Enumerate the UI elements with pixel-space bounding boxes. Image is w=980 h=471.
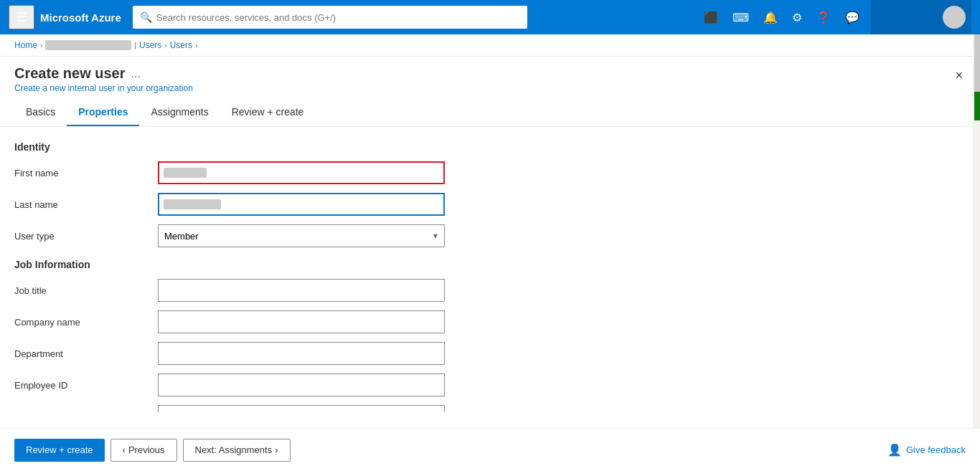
breadcrumb-tenant (45, 40, 131, 50)
previous-arrow-icon: ‹ (123, 444, 126, 455)
tab-properties[interactable]: Properties (67, 99, 139, 126)
next-label: Next: Assignments (195, 444, 273, 455)
tabs-bar: Basics Properties Assignments Review + c… (0, 99, 980, 127)
footer: Review + create ‹ Previous Next: Assignm… (0, 428, 980, 471)
last-name-input-wrapper (158, 193, 445, 216)
give-feedback-button[interactable]: 👤 Give feedback (887, 443, 966, 457)
job-title-input[interactable] (158, 279, 445, 302)
first-name-input-wrapper (158, 161, 445, 184)
page-title: Create new user (14, 65, 126, 82)
next-assignments-button[interactable]: Next: Assignments › (183, 439, 291, 462)
portal-menu-icon-button[interactable]: ⬛ (698, 6, 724, 29)
previous-button[interactable]: ‹ Previous (110, 439, 177, 462)
top-navigation: ☰ Microsoft Azure 🔍 ⬛ ⌨ 🔔 ⚙ ❓ 💬 (0, 0, 980, 34)
breadcrumb-users-link[interactable]: Users (139, 40, 161, 50)
first-name-label: First name (14, 168, 158, 179)
page-subtitle: Create a new internal user in your organ… (14, 83, 193, 93)
form-group-company-name: Company name (14, 310, 966, 333)
form-group-job-title: Job title (14, 279, 966, 302)
tab-review-create[interactable]: Review + create (220, 99, 316, 126)
user-type-select[interactable]: Member Guest (158, 224, 445, 247)
breadcrumb-sep-2: › (164, 42, 166, 49)
scroll-thumb-green[interactable] (974, 92, 980, 120)
company-name-label: Company name (14, 317, 158, 328)
identity-section-title: Identity (14, 141, 966, 153)
department-label: Department (14, 348, 158, 359)
search-icon: 🔍 (140, 11, 152, 23)
breadcrumb-sep-1: › (40, 42, 42, 49)
form-group-first-name: First name (14, 161, 966, 184)
main-content: Identity First name Last name User type … (0, 127, 980, 412)
scroll-track (973, 34, 980, 428)
previous-label: Previous (128, 444, 165, 455)
job-title-label: Job title (14, 285, 158, 296)
employee-type-input[interactable] (158, 405, 445, 412)
page-title-row: Create new user ... (14, 65, 193, 82)
search-input[interactable] (156, 12, 520, 23)
form-group-user-type: User type Member Guest ▾ (14, 224, 966, 247)
page-title-ellipsis-button[interactable]: ... (131, 67, 141, 80)
nav-icons-group: ⬛ ⌨ 🔔 ⚙ ❓ 💬 (698, 6, 865, 29)
first-name-mask (164, 168, 207, 178)
user-type-label: User type (14, 231, 158, 242)
user-type-select-wrapper: Member Guest ▾ (158, 224, 445, 247)
search-bar: 🔍 (133, 6, 527, 29)
job-information-section-title: Job Information (14, 259, 966, 270)
avatar (943, 6, 966, 29)
employee-id-label: Employee ID (14, 380, 158, 391)
tab-basics[interactable]: Basics (14, 99, 67, 126)
form-group-employee-type: Employee type (14, 405, 966, 412)
form-group-department: Department (14, 342, 966, 365)
notification-bell-button[interactable]: 🔔 (758, 6, 783, 29)
feedback-icon: 👤 (887, 443, 902, 457)
last-name-mask (164, 199, 221, 209)
breadcrumb-users-link-2[interactable]: Users (170, 40, 192, 50)
form-group-last-name: Last name (14, 193, 966, 216)
feedback-label: Give feedback (906, 444, 966, 455)
next-arrow-icon: › (275, 444, 278, 455)
review-create-button[interactable]: Review + create (14, 439, 105, 462)
breadcrumb-home[interactable]: Home (14, 40, 37, 50)
employee-type-label: Employee type (14, 411, 158, 413)
hamburger-menu-button[interactable]: ☰ (9, 5, 34, 29)
form-group-employee-id: Employee ID (14, 374, 966, 396)
help-button[interactable]: ❓ (811, 6, 837, 29)
azure-logo: Microsoft Azure (40, 11, 121, 24)
breadcrumb-sep-pipe: | (134, 42, 136, 49)
feedback-nav-button[interactable]: 💬 (839, 6, 865, 29)
page-header: Create new user ... Create a new interna… (0, 57, 980, 93)
breadcrumb-sep-3: › (195, 42, 197, 49)
account-box[interactable] (871, 0, 971, 34)
employee-id-input[interactable] (158, 374, 445, 396)
settings-button[interactable]: ⚙ (786, 6, 808, 29)
tab-assignments[interactable]: Assignments (139, 99, 220, 126)
company-name-input[interactable] (158, 310, 445, 333)
last-name-label: Last name (14, 199, 158, 210)
department-input[interactable] (158, 342, 445, 365)
cloud-shell-button[interactable]: ⌨ (727, 6, 755, 29)
page-title-area: Create new user ... Create a new interna… (14, 65, 193, 93)
breadcrumb: Home › | Users › Users › (0, 34, 980, 57)
close-button[interactable]: × (952, 65, 966, 86)
